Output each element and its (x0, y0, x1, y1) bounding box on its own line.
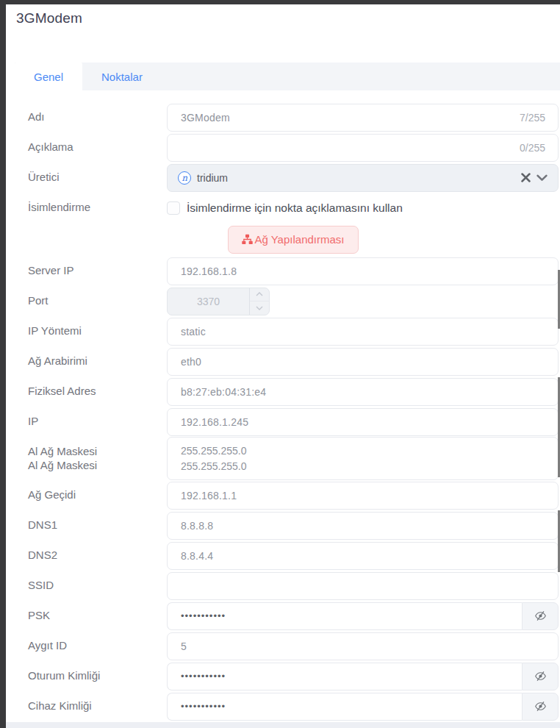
uretici-selected-value: tridium (197, 172, 228, 184)
ssid-label: SSID (28, 579, 167, 593)
isimlendirme-checkbox[interactable] (167, 201, 180, 215)
psk-label: PSK (28, 609, 167, 623)
adi-input[interactable]: 3GModem (167, 104, 559, 132)
isimlendirme-checkbox-label: İsimlendirme için nokta açıklamasını kul… (187, 201, 403, 215)
chevron-down-icon[interactable] (536, 174, 548, 182)
psk-toggle-visibility-button[interactable] (522, 602, 559, 630)
field-row-adi: Adı 3GModem 7/255 (28, 102, 559, 132)
psk-input[interactable]: ••••••••••• (167, 602, 522, 630)
window-frame-left (0, 0, 6, 728)
tab-bar: Genel Noktalar (15, 63, 560, 90)
field-row-aciklama: Açıklama 0/255 (28, 132, 559, 163)
ag-arabirimi-input[interactable]: eth0 (167, 348, 559, 376)
aygit-id-input[interactable]: 5 (167, 632, 559, 660)
field-row-uretici: Üretici n tridium (28, 163, 559, 193)
fiziksel-adres-label: Fiziksel Adres (28, 385, 167, 399)
cihaz-kimligi-toggle-visibility-button[interactable] (522, 693, 559, 721)
server-ip-input[interactable]: 192.168.1.8 (167, 257, 559, 285)
al-ag-maskesi-textarea[interactable]: 255.255.255.0 255.255.255.0 (167, 437, 559, 480)
aygit-id-label: Aygıt ID (28, 639, 167, 653)
port-input: 3370 (167, 288, 270, 315)
field-row-cihaz-kimligi: Cihaz Kimliği ••••••••••• (28, 691, 559, 721)
ag-arabirimi-label: Ağ Arabirimi (28, 354, 167, 368)
field-row-ag-gecidi: Ağ Geçidi 192.168.1.1 (28, 480, 559, 510)
tridium-logo-icon: n (178, 171, 191, 185)
ag-gecidi-label: Ağ Geçidi (28, 488, 167, 502)
field-row-ip: IP 192.168.1.245 (28, 407, 559, 437)
field-row-al-ag-maskesi: Al Ağ Maskesi Al Ağ Maskesi 255.255.255.… (28, 437, 559, 480)
clear-icon[interactable] (521, 173, 531, 182)
field-row-dns2: DNS2 8.8.4.4 (28, 540, 559, 571)
server-ip-label: Server IP (28, 264, 167, 278)
field-row-psk: PSK ••••••••••• (28, 601, 559, 631)
field-row-isimlendirme: İsimlendirme İsimlendirme için nokta açı… (28, 193, 559, 223)
window-frame-top (0, 0, 560, 4)
stepper-down-icon[interactable] (250, 301, 269, 315)
uretici-select[interactable]: n tridium (167, 164, 559, 192)
eye-slash-icon (534, 671, 547, 682)
field-row-oturum-kimligi: Oturum Kimliği ••••••••••• (28, 661, 559, 691)
field-row-aygit-id: Aygıt ID 5 (28, 631, 559, 661)
general-form: Adı 3GModem 7/255 Açıklama 0/255 Üretici… (15, 90, 560, 721)
al-ag-maskesi-label: Al Ağ Maskesi Al Ağ Maskesi (28, 445, 167, 473)
dns2-input[interactable]: 8.8.4.4 (167, 542, 559, 570)
dns1-label: DNS1 (28, 518, 167, 532)
field-row-dns1: DNS1 8.8.8.8 (28, 510, 559, 540)
fiziksel-adres-input[interactable]: b8:27:eb:04:31:e4 (167, 378, 559, 406)
field-row-server-ip: Server IP 192.168.1.8 (28, 256, 559, 286)
tab-noktalar[interactable]: Noktalar (82, 63, 162, 90)
eye-slash-icon (534, 701, 547, 712)
sitemap-icon (242, 234, 253, 245)
tab-genel[interactable]: Genel (15, 63, 82, 90)
ip-yontemi-input[interactable]: static (167, 318, 559, 346)
field-row-ag-arabirimi: Ağ Arabirimi eth0 (28, 346, 559, 377)
page-title: 3GModem (16, 10, 82, 26)
oturum-kimligi-label: Oturum Kimliği (28, 669, 167, 683)
ip-input[interactable]: 192.168.1.245 (167, 408, 559, 436)
settings-card: Genel Noktalar Adı 3GModem 7/255 Açıklam… (15, 63, 560, 722)
adi-label: Adı (28, 110, 167, 124)
network-config-row: Ağ Yapılandırması (28, 223, 559, 256)
eye-slash-icon (534, 610, 547, 621)
uretici-label: Üretici (28, 171, 167, 185)
dns1-input[interactable]: 8.8.8.8 (167, 512, 559, 540)
network-config-button[interactable]: Ağ Yapılandırması (228, 226, 358, 254)
field-row-fiziksel-adres: Fiziksel Adres b8:27:eb:04:31:e4 (28, 377, 559, 407)
ag-gecidi-input[interactable]: 192.168.1.1 (167, 482, 559, 510)
field-row-ip-yontemi: IP Yöntemi static (28, 316, 559, 346)
ip-yontemi-label: IP Yöntemi (28, 324, 167, 338)
oturum-kimligi-toggle-visibility-button[interactable] (522, 663, 559, 690)
ssid-input[interactable] (167, 572, 559, 600)
aciklama-label: Açıklama (28, 140, 167, 154)
cihaz-kimligi-input[interactable]: ••••••••••• (167, 693, 522, 721)
dns2-label: DNS2 (28, 549, 167, 563)
page-background-strip (6, 722, 560, 728)
port-label: Port (28, 294, 167, 308)
ip-label: IP (28, 415, 167, 429)
isimlendirme-label: İsimlendirme (28, 201, 167, 215)
cihaz-kimligi-label: Cihaz Kimliği (28, 699, 167, 713)
field-row-ssid: SSID (28, 571, 559, 601)
oturum-kimligi-input[interactable]: ••••••••••• (167, 663, 522, 690)
aciklama-input[interactable] (167, 134, 559, 162)
port-stepper (249, 288, 269, 315)
field-row-port: Port 3370 (28, 286, 559, 316)
stepper-up-icon[interactable] (250, 288, 269, 302)
